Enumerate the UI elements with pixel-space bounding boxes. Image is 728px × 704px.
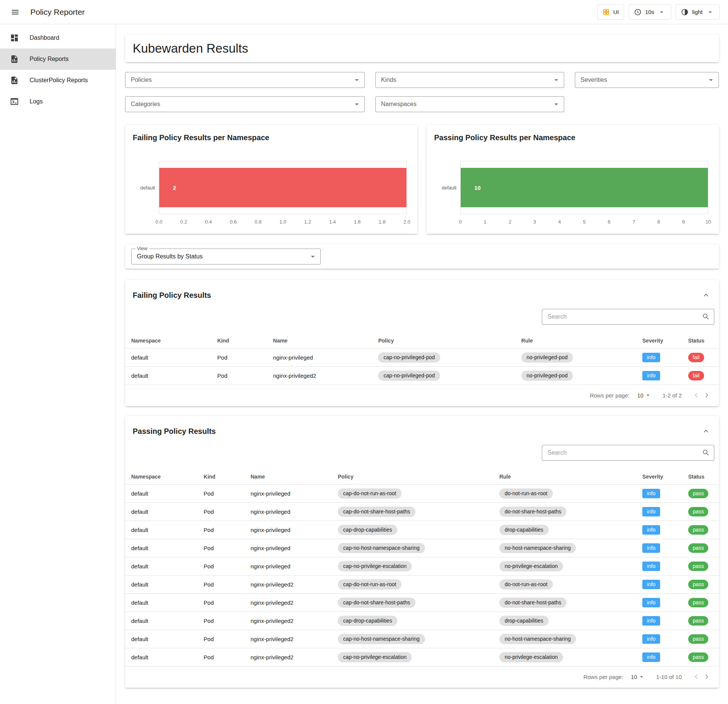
ui-button[interactable]: UI: [597, 4, 624, 20]
status-badge: pass: [688, 580, 709, 589]
table-row[interactable]: default Pod nginx-privileged2 cap-do-not…: [125, 594, 719, 612]
chevron-right-icon: [702, 672, 711, 681]
cell-severity: info: [636, 485, 682, 503]
column-header: Rule: [493, 469, 636, 485]
view-select[interactable]: View Group Results by Status: [131, 249, 321, 264]
rows-per-page-select[interactable]: 10: [637, 391, 652, 399]
search-input[interactable]: [548, 313, 698, 320]
sidebar-item-clusterpolicy-reports[interactable]: ClusterPolicy Reports: [0, 70, 116, 91]
severity-badge: info: [642, 371, 660, 380]
cell-namespace: default: [125, 630, 198, 648]
caret-down-icon: [352, 100, 361, 109]
collapse-button[interactable]: [700, 425, 712, 437]
sidebar-item-policy-reports[interactable]: Policy Reports: [0, 48, 116, 70]
search-input[interactable]: [548, 449, 698, 456]
cell-rule: drop-capabilities: [493, 612, 636, 630]
y-axis-label: default: [434, 161, 460, 214]
table-row[interactable]: default Pod nginx-privileged cap-no-host…: [125, 539, 719, 557]
hamburger-icon: [11, 8, 20, 17]
status-badge: pass: [688, 562, 709, 571]
severities-filter[interactable]: Severities: [575, 72, 719, 88]
x-tick-label: 2.0: [403, 219, 410, 225]
table-row[interactable]: default Pod nginx-privileged2 cap-no-hos…: [125, 630, 719, 648]
status-badge: pass: [688, 507, 709, 516]
sidebar-item-dashboard[interactable]: Dashboard: [0, 27, 116, 48]
next-page-button[interactable]: [701, 390, 712, 400]
theme-select[interactable]: light: [676, 4, 720, 20]
pagination: Rows per page: 10 1-10 of 10: [125, 666, 719, 688]
cell-status: pass: [682, 594, 719, 612]
table-row[interactable]: default Pod nginx-privileged2 cap-drop-c…: [125, 612, 719, 630]
severity-badge: info: [642, 652, 660, 662]
categories-filter[interactable]: Categories: [125, 96, 365, 112]
cell-status: pass: [682, 539, 719, 557]
collapse-button[interactable]: [700, 289, 712, 301]
failing-bar: 2: [159, 168, 406, 207]
cell-name: nginx-privileged2: [245, 648, 332, 666]
cell-policy: cap-do-not-share-host-paths: [332, 594, 493, 612]
caret-down-icon: [706, 8, 714, 16]
chart-title: Passing Policy Results per Namespace: [434, 133, 711, 142]
cell-kind: Pod: [198, 503, 245, 521]
chevron-right-icon: [702, 391, 711, 400]
table-row[interactable]: default Pod nginx-privileged cap-do-not-…: [125, 485, 719, 503]
table-row[interactable]: default Pod nginx-privileged2 cap-no-pri…: [125, 648, 719, 666]
cell-policy: cap-drop-capabilities: [332, 521, 493, 539]
cell-status: pass: [682, 612, 719, 630]
cell-policy: cap-no-host-namespace-sharing: [332, 630, 493, 648]
section-title: Passing Policy Results: [133, 427, 216, 436]
passing-chart-card: Passing Policy Results per Namespace def…: [427, 125, 719, 234]
prev-page-button[interactable]: [691, 671, 701, 682]
cell-name: nginx-privileged2: [245, 594, 332, 612]
table-row[interactable]: default Pod nginx-privileged cap-drop-ca…: [125, 521, 719, 539]
dashboard-icon: [10, 33, 19, 42]
cell-rule: do-not-share-host-paths: [493, 594, 636, 612]
cell-namespace: default: [125, 485, 198, 503]
x-tick-label: 5: [583, 219, 585, 225]
menu-button[interactable]: [8, 5, 22, 19]
chart-plot-area: default 10: [434, 161, 711, 214]
cell-severity: info: [636, 521, 682, 539]
next-page-button[interactable]: [701, 671, 712, 682]
x-tick-label: 9: [682, 219, 685, 225]
prev-page-button[interactable]: [691, 390, 701, 400]
cell-policy: cap-no-host-namespace-sharing: [332, 539, 493, 557]
cell-namespace: default: [125, 349, 211, 367]
rows-per-page-value: 10: [631, 674, 637, 680]
x-tick-label: 0: [459, 219, 461, 225]
x-tick-label: 0.0: [155, 219, 162, 225]
x-tick-label: 1.0: [279, 219, 286, 225]
file-chart-icon: [10, 55, 19, 64]
table-row[interactable]: default Pod nginx-privileged cap-no-priv…: [125, 349, 719, 367]
rule-chip: no-privilege-escalation: [499, 561, 563, 571]
x-axis-ticks: 012345678910: [460, 217, 708, 226]
severity-badge: info: [642, 634, 660, 644]
table-row[interactable]: default Pod nginx-privileged2 cap-do-not…: [125, 576, 719, 594]
cell-policy: cap-no-privilege-escalation: [332, 557, 493, 576]
cell-kind: Pod: [198, 594, 245, 612]
cell-rule: no-host-namespace-sharing: [493, 630, 636, 648]
severity-badge: info: [642, 489, 660, 498]
cell-policy: cap-do-not-run-as-root: [332, 576, 493, 594]
refresh-interval-select[interactable]: 10s: [629, 4, 671, 20]
cell-status: pass: [682, 503, 719, 521]
x-tick-label: 10: [706, 219, 711, 225]
cell-status: fail: [682, 367, 719, 385]
rows-per-page-select[interactable]: 10: [631, 673, 646, 681]
x-tick-label: 0.6: [230, 219, 237, 225]
table-row[interactable]: default Pod nginx-privileged2 cap-no-pri…: [125, 367, 719, 385]
x-axis-ticks: 0.00.20.40.60.81.01.21.41.61.82.0: [159, 217, 407, 226]
status-badge: pass: [688, 525, 709, 535]
cell-status: pass: [682, 485, 719, 503]
x-tick-label: 1.8: [379, 219, 386, 225]
x-tick-label: 3: [533, 219, 536, 225]
sidebar-item-logs[interactable]: Logs: [0, 91, 116, 112]
table-row[interactable]: default Pod nginx-privileged cap-no-priv…: [125, 557, 719, 576]
table-row[interactable]: default Pod nginx-privileged cap-do-not-…: [125, 503, 719, 521]
rows-per-page-label: Rows per page:: [590, 392, 629, 399]
theme-icon: [681, 8, 689, 16]
namespaces-filter[interactable]: Namespaces: [375, 96, 564, 112]
policies-filter[interactable]: Policies: [125, 72, 365, 88]
cell-name: nginx-privileged2: [245, 630, 332, 648]
kinds-filter[interactable]: Kinds: [375, 72, 564, 88]
